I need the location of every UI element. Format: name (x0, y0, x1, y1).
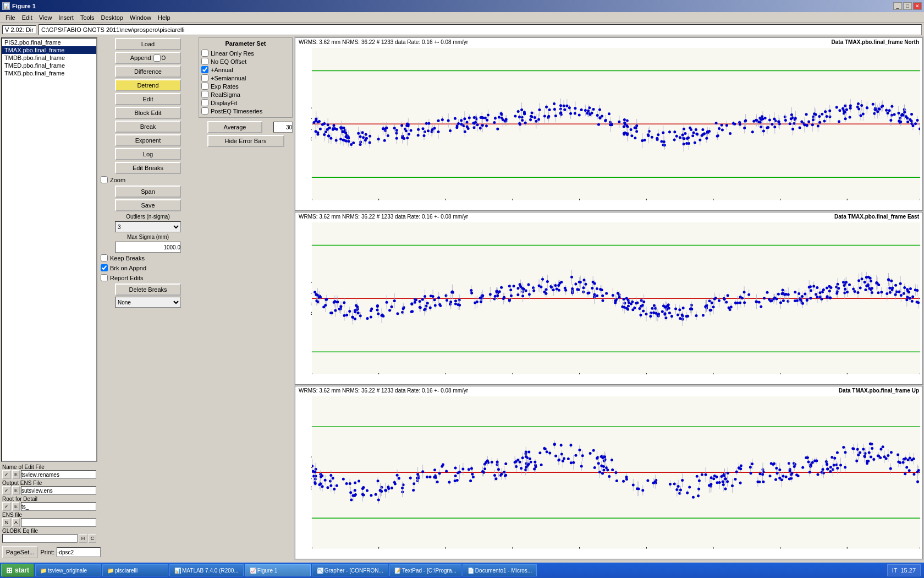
report-edits-checkbox[interactable] (101, 274, 108, 281)
svg-point-1974 (821, 468, 824, 471)
append-checkbox[interactable] (153, 54, 161, 62)
taskbar-item-3[interactable]: 📈 Figure 1 (245, 564, 311, 576)
detrend-button[interactable]: Detrend (115, 79, 181, 91)
globk-h-btn[interactable]: H (79, 534, 87, 543)
average-input[interactable] (273, 122, 293, 133)
svg-point-1611 (491, 461, 493, 464)
svg-point-813 (377, 312, 380, 315)
svg-point-908 (766, 291, 769, 293)
delete-breaks-button[interactable]: Delete Breaks (115, 283, 181, 296)
taskbar-item-5[interactable]: 📝 TextPad - [C:\Progra... (389, 564, 461, 576)
posteq-checkbox[interactable] (201, 107, 208, 114)
file-list-item-0[interactable]: PIS2.pbo.final_frame (2, 39, 96, 46)
linear-only-checkbox[interactable] (201, 50, 208, 57)
print-input[interactable] (57, 547, 101, 557)
save-button[interactable]: Save (115, 199, 181, 211)
svg-point-1307 (449, 301, 452, 303)
max-sigma-input[interactable] (115, 242, 181, 253)
minimize-button[interactable]: _ (893, 2, 902, 10)
break-button[interactable]: Break (115, 121, 181, 133)
svg-point-335 (328, 127, 331, 129)
menu-edit[interactable]: Edit (19, 14, 36, 21)
ens-file-n-btn[interactable]: N (2, 518, 11, 527)
annual-checkbox[interactable] (201, 66, 208, 73)
output-ens-e-btn[interactable]: E (12, 486, 20, 495)
svg-point-628 (518, 116, 521, 118)
keep-breaks-label: Keep Breaks (110, 255, 145, 261)
brk-appnd-checkbox[interactable] (101, 264, 108, 271)
svg-point-1078 (454, 302, 457, 305)
svg-point-525 (708, 130, 711, 133)
output-ens-check[interactable]: ✓ (2, 486, 11, 495)
difference-button[interactable]: Difference (115, 66, 181, 78)
outliers-select[interactable]: 3 (115, 221, 181, 232)
taskbar-item-1[interactable]: 📁 pisciarelli (102, 564, 168, 576)
menu-insert[interactable]: Insert (55, 14, 77, 21)
exponent-button[interactable]: Exponent (115, 134, 181, 146)
svg-point-1177 (741, 297, 744, 299)
menu-help[interactable]: Help (155, 14, 174, 21)
file-list-item-1[interactable]: TMAX.pbo.final_frame (2, 46, 96, 54)
block-edit-button[interactable]: Block Edit (115, 107, 181, 119)
close-button[interactable]: ✕ (913, 2, 922, 10)
globk-input[interactable] (2, 534, 78, 543)
file-list-item-2[interactable]: TMDB.pbo.final_frame (2, 54, 96, 62)
edit-breaks-button[interactable]: Edit Breaks (115, 162, 181, 174)
ens-file-input[interactable] (21, 518, 96, 527)
dir-input[interactable] (38, 24, 922, 35)
root-detail-e-btn[interactable]: E (12, 502, 20, 511)
zoom-checkbox[interactable] (101, 176, 108, 183)
semiannual-checkbox[interactable] (201, 74, 208, 81)
svg-point-1727 (520, 467, 522, 470)
span-button[interactable]: Span (115, 186, 181, 198)
title-bar-buttons[interactable]: _ □ ✕ (893, 2, 922, 10)
menu-desktop[interactable]: Desktop (98, 14, 127, 21)
svg-point-656 (729, 132, 732, 135)
start-button[interactable]: ⊞ start (1, 564, 34, 577)
taskbar-item-2[interactable]: 📊 MATLAB 7.4.0 (R200... (169, 564, 244, 576)
exp-rates-checkbox[interactable] (201, 83, 208, 90)
display-fit-checkbox[interactable] (201, 99, 208, 106)
real-sigma-checkbox[interactable] (201, 91, 208, 98)
svg-point-1123 (382, 314, 384, 317)
svg-point-948 (760, 305, 762, 308)
taskbar-item-4[interactable]: 📉 Grapher - [CONFRON... (312, 564, 388, 576)
edit-file-e-btn[interactable]: E (12, 470, 20, 479)
keep-breaks-checkbox[interactable] (101, 254, 108, 261)
file-list-item-4[interactable]: TMXB.pbo.final_frame (2, 69, 96, 77)
taskbar-item-6[interactable]: 📄 Documento1 - Micros... (463, 564, 537, 576)
output-ens-input[interactable] (21, 486, 96, 495)
hide-error-bars-button[interactable]: Hide Error Bars (207, 135, 284, 147)
globk-c-btn[interactable]: C (89, 534, 96, 543)
page-set-button[interactable]: PageSet... (2, 546, 38, 558)
edit-file-check[interactable]: ✓ (2, 470, 11, 479)
no-eq-offset-checkbox[interactable] (201, 58, 208, 65)
svg-point-1744 (362, 494, 365, 497)
annual-row: +Annual (201, 66, 290, 74)
menu-window[interactable]: Window (127, 14, 155, 21)
menu-view[interactable]: View (36, 14, 56, 21)
edit-file-input[interactable] (21, 470, 96, 479)
root-detail-check[interactable]: ✓ (2, 502, 11, 511)
root-detail-input[interactable] (21, 502, 96, 511)
ens-file-a-btn[interactable]: A (12, 518, 20, 527)
menu-file[interactable]: File (2, 14, 19, 21)
average-button[interactable]: Average (207, 121, 262, 133)
svg-point-637 (457, 122, 460, 125)
maximize-button[interactable]: □ (903, 2, 912, 10)
delete-breaks-select[interactable]: None (115, 297, 181, 308)
append-button[interactable]: Append O (115, 52, 181, 64)
svg-point-1058 (454, 299, 457, 302)
svg-point-427 (673, 138, 676, 141)
svg-point-1392 (826, 296, 828, 298)
svg-point-646 (332, 128, 334, 131)
file-list-item-3[interactable]: TMED.pbo.final_frame (2, 62, 96, 69)
edit-button[interactable]: Edit (115, 93, 181, 105)
svg-point-235 (675, 135, 678, 138)
load-button[interactable]: Load (115, 38, 181, 50)
svg-point-854 (333, 301, 336, 303)
svg-point-682 (473, 116, 476, 119)
menu-tools[interactable]: Tools (77, 14, 98, 21)
taskbar-item-0[interactable]: 📁 tsview_originale (35, 564, 101, 576)
log-button[interactable]: Log (115, 148, 181, 160)
